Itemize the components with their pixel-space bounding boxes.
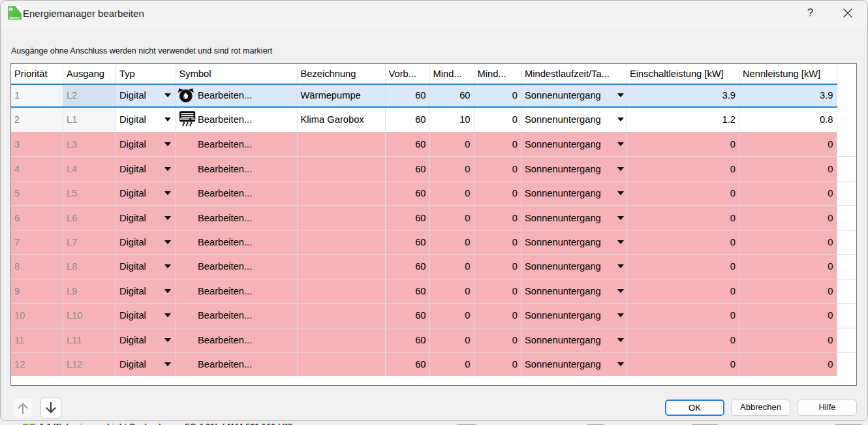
svg-text:CENTRO: CENTRO — [8, 16, 20, 20]
